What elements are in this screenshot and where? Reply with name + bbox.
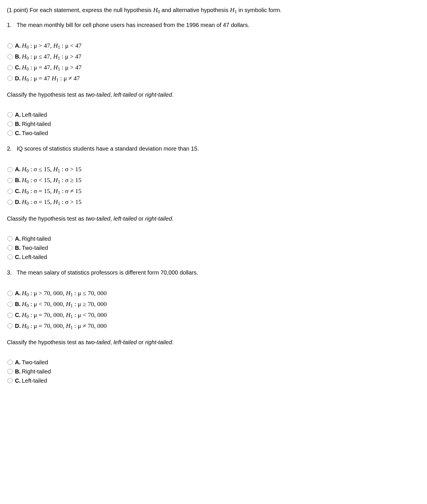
q3-hypothesis-choices: A.H0 : μ > 70, 000, H1 : μ ≤ 70, 000 B.H…	[7, 288, 420, 331]
radio-q2-b[interactable]	[7, 178, 13, 183]
radio-q1-tail-b[interactable]	[7, 121, 13, 127]
option-math: H0 : σ ≤ 15, H1 : σ > 15	[22, 166, 82, 173]
radio-q1-tail-c[interactable]	[7, 131, 13, 136]
option-letter: B.	[15, 245, 21, 251]
q3-option-d[interactable]: D.H0 : μ = 70, 000, H1 : μ ≠ 70, 000	[7, 321, 420, 331]
option-letter: B.	[15, 121, 21, 127]
radio-q3-c[interactable]	[7, 313, 13, 318]
q1-tail-a[interactable]: A.Left-tailed	[7, 110, 420, 119]
radio-q3-d[interactable]	[7, 323, 13, 328]
option-text: Left-tailed	[22, 112, 47, 118]
radio-q1-tail-a[interactable]	[7, 112, 13, 117]
question-2: 2. IQ scores of statistics students have…	[7, 144, 420, 153]
radio-q2-d[interactable]	[7, 200, 13, 205]
option-letter: B.	[15, 301, 21, 307]
option-math: H0 : μ = 47 H1 : μ ≠ 47	[22, 75, 80, 82]
question-number: 2.	[7, 144, 17, 153]
intro-lead: (1 point) For each statement, express th…	[7, 7, 153, 13]
radio-q2-tail-b[interactable]	[7, 245, 13, 250]
q1-tail-choices: A.Left-tailed B.Right-tailed C.Two-taile…	[7, 110, 420, 137]
q2-tail-c[interactable]: C.Left-tailed	[7, 253, 420, 261]
q1-tail-c[interactable]: C.Two-tailed	[7, 129, 420, 137]
option-letter: C.	[15, 377, 21, 384]
radio-q3-tail-a[interactable]	[7, 360, 13, 365]
question-3: 3. The mean salary of statistics profess…	[7, 268, 420, 277]
radio-q3-tail-b[interactable]	[7, 369, 13, 374]
radio-q3-a[interactable]	[7, 291, 13, 296]
radio-q2-a[interactable]	[7, 167, 13, 172]
option-letter: C.	[15, 312, 21, 318]
q2-tail-choices: A.Right-tailed B.Two-tailed C.Left-taile…	[7, 234, 420, 261]
q3-option-b[interactable]: B.H0 : μ < 70, 000, H1 : μ ≥ 70, 000	[7, 299, 420, 310]
radio-q2-c[interactable]	[7, 189, 13, 194]
option-letter: A.	[15, 166, 21, 172]
radio-q1-d[interactable]	[7, 76, 13, 81]
option-text: Two-tailed	[22, 245, 48, 251]
radio-q2-tail-c[interactable]	[7, 254, 13, 260]
radio-q3-tail-c[interactable]	[7, 378, 13, 383]
q1-option-d[interactable]: D.H0 : μ = 47 H1 : μ ≠ 47	[7, 73, 420, 84]
q1-hypothesis-choices: A.H0 : μ > 47, H1 : μ < 47 B.H0 : μ ≤ 47…	[7, 41, 420, 84]
radio-q1-b[interactable]	[7, 54, 13, 59]
option-text: Two-tailed	[22, 130, 48, 136]
q2-tail-b[interactable]: B.Two-tailed	[7, 244, 420, 252]
option-math: H0 : σ = 15, H1 : σ ≠ 15	[22, 187, 82, 194]
option-letter: D.	[15, 75, 21, 81]
radio-q1-c[interactable]	[7, 65, 13, 70]
q1-option-a[interactable]: A.H0 : μ > 47, H1 : μ < 47	[7, 41, 420, 51]
q3-tail-choices: A.Two-tailed B.Right-tailed C.Left-taile…	[7, 358, 420, 385]
option-math: H0 : μ = 47, H1 : μ > 47	[22, 64, 82, 71]
option-letter: C.	[15, 254, 21, 260]
problem-intro: (1 point) For each statement, express th…	[7, 5, 420, 15]
q1-tail-b[interactable]: B.Right-tailed	[7, 120, 420, 128]
question-text: The mean salary of statistics professors…	[17, 268, 198, 277]
option-letter: C.	[15, 130, 21, 136]
question-number: 3.	[7, 268, 17, 277]
option-math: H0 : σ = 15, H1 : σ > 15	[22, 198, 82, 205]
symbol-h0: H0	[153, 6, 160, 13]
option-math: H0 : μ = 70, 000, H1 : μ < 70, 000	[22, 311, 107, 318]
q2-option-d[interactable]: D.H0 : σ = 15, H1 : σ > 15	[7, 197, 420, 207]
q2-option-b[interactable]: B.H0 : σ < 15, H1 : σ ≥ 15	[7, 175, 420, 186]
question-text: IQ scores of statistics students have a …	[17, 144, 199, 153]
option-letter: D.	[15, 199, 21, 205]
question-text: The mean monthly bill for cell phone use…	[17, 21, 249, 29]
option-letter: B.	[15, 53, 21, 60]
q2-hypothesis-choices: A.H0 : σ ≤ 15, H1 : σ > 15 B.H0 : σ < 15…	[7, 164, 420, 207]
radio-q2-tail-a[interactable]	[7, 236, 13, 241]
q2-tail-a[interactable]: A.Right-tailed	[7, 234, 420, 243]
option-letter: A.	[15, 236, 21, 242]
intro-tail: in symbolic form.	[237, 7, 282, 13]
symbol-h1: H1	[230, 6, 237, 13]
option-letter: B.	[15, 368, 21, 375]
option-math: H0 : μ = 70, 000, H1 : μ ≠ 70, 000	[22, 322, 107, 329]
option-text: Left-tailed	[22, 254, 47, 260]
q1-option-c[interactable]: C.H0 : μ = 47, H1 : μ > 47	[7, 63, 420, 73]
option-math: H0 : μ > 47, H1 : μ < 47	[22, 42, 82, 49]
option-letter: B.	[15, 177, 21, 183]
q3-tail-c[interactable]: C.Left-tailed	[7, 376, 420, 385]
q2-classify-prompt: Classify the hypothesis test as two-tail…	[7, 214, 420, 223]
q2-option-c[interactable]: C.H0 : σ = 15, H1 : σ ≠ 15	[7, 186, 420, 196]
option-text: Right-tailed	[22, 368, 51, 375]
option-text: Two-tailed	[22, 359, 48, 365]
option-math: H0 : μ > 70, 000, H1 : μ ≤ 70, 000	[22, 289, 107, 297]
q3-classify-prompt: Classify the hypothesis test as two-tail…	[7, 338, 420, 347]
option-math: H0 : μ ≤ 47, H1 : μ > 47	[22, 53, 82, 60]
q1-option-b[interactable]: B.H0 : μ ≤ 47, H1 : μ > 47	[7, 52, 420, 62]
q3-tail-a[interactable]: A.Two-tailed	[7, 358, 420, 367]
q3-option-a[interactable]: A.H0 : μ > 70, 000, H1 : μ ≤ 70, 000	[7, 288, 420, 299]
option-math: H0 : σ < 15, H1 : σ ≥ 15	[22, 176, 82, 184]
q3-tail-b[interactable]: B.Right-tailed	[7, 367, 420, 376]
option-text: Right-tailed	[22, 121, 51, 127]
q3-option-c[interactable]: C.H0 : μ = 70, 000, H1 : μ < 70, 000	[7, 310, 420, 320]
q2-option-a[interactable]: A.H0 : σ ≤ 15, H1 : σ > 15	[7, 164, 420, 175]
option-text: Left-tailed	[22, 377, 47, 384]
option-letter: C.	[15, 64, 21, 71]
radio-q3-b[interactable]	[7, 302, 13, 307]
question-1: 1. The mean monthly bill for cell phone …	[7, 21, 420, 29]
option-text: Right-tailed	[22, 236, 51, 242]
option-letter: A.	[15, 359, 21, 365]
radio-q1-a[interactable]	[7, 43, 13, 48]
q1-classify-prompt: Classify the hypothesis test as two-tail…	[7, 90, 420, 99]
